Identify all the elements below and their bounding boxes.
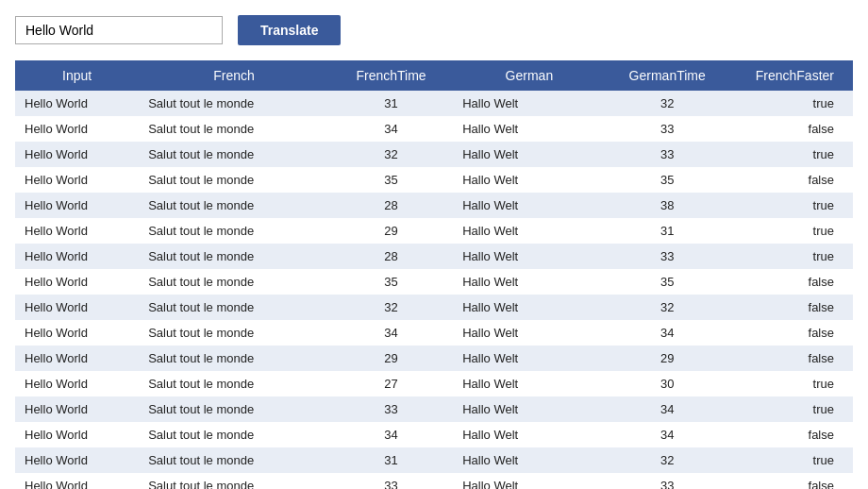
cell-r8-c0: Hello World — [15, 295, 139, 320]
cell-r11-c4: 30 — [606, 371, 729, 396]
cell-r15-c0: Hello World — [15, 473, 139, 489]
table-row: Hello WorldSalut tout le monde34Hallo We… — [15, 116, 853, 142]
cell-r13-c1: Salut tout le monde — [139, 422, 329, 447]
cell-r3-c0: Hello World — [15, 167, 139, 193]
cell-r10-c0: Hello World — [15, 346, 139, 371]
column-header-input: Input — [15, 60, 139, 91]
cell-r2-c4: 33 — [606, 142, 729, 167]
cell-r2-c1: Salut tout le monde — [139, 142, 329, 167]
cell-r12-c5: true — [729, 396, 853, 422]
cell-r9-c3: Hallo Welt — [453, 320, 605, 346]
table-row: Hello WorldSalut tout le monde28Hallo We… — [15, 193, 853, 218]
cell-r6-c0: Hello World — [15, 244, 139, 269]
translate-button[interactable]: Translate — [238, 15, 341, 45]
cell-r2-c2: 32 — [329, 142, 453, 167]
cell-r10-c5: false — [729, 346, 853, 371]
column-header-german: German — [453, 60, 605, 91]
cell-r11-c0: Hello World — [15, 371, 139, 396]
table-row: Hello WorldSalut tout le monde27Hallo We… — [15, 371, 853, 396]
cell-r14-c0: Hello World — [15, 447, 139, 473]
results-table: InputFrenchFrenchTimeGermanGermanTimeFre… — [15, 60, 853, 489]
cell-r10-c4: 29 — [606, 346, 729, 371]
cell-r0-c3: Hallo Welt — [453, 91, 605, 116]
table-row: Hello WorldSalut tout le monde28Hallo We… — [15, 244, 853, 269]
cell-r13-c0: Hello World — [15, 422, 139, 447]
cell-r5-c0: Hello World — [15, 218, 139, 244]
cell-r12-c2: 33 — [329, 396, 453, 422]
cell-r3-c2: 35 — [329, 167, 453, 193]
cell-r7-c2: 35 — [329, 269, 453, 295]
cell-r9-c0: Hello World — [15, 320, 139, 346]
cell-r6-c5: true — [729, 244, 853, 269]
cell-r12-c4: 34 — [606, 396, 729, 422]
cell-r14-c3: Hallo Welt — [453, 447, 605, 473]
cell-r10-c1: Salut tout le monde — [139, 346, 329, 371]
cell-r12-c1: Salut tout le monde — [139, 396, 329, 422]
cell-r4-c4: 38 — [606, 193, 729, 218]
cell-r3-c4: 35 — [606, 167, 729, 193]
table-row: Hello WorldSalut tout le monde29Hallo We… — [15, 346, 853, 371]
cell-r0-c4: 32 — [606, 91, 729, 116]
cell-r13-c4: 34 — [606, 422, 729, 447]
table-row: Hello WorldSalut tout le monde35Hallo We… — [15, 269, 853, 295]
cell-r2-c5: true — [729, 142, 853, 167]
table-row: Hello WorldSalut tout le monde34Hallo We… — [15, 422, 853, 447]
table-row: Hello WorldSalut tout le monde35Hallo We… — [15, 167, 853, 193]
cell-r4-c1: Salut tout le monde — [139, 193, 329, 218]
cell-r11-c3: Hallo Welt — [453, 371, 605, 396]
column-header-french: French — [139, 60, 329, 91]
cell-r14-c4: 32 — [606, 447, 729, 473]
cell-r5-c3: Hallo Welt — [453, 218, 605, 244]
cell-r7-c5: false — [729, 269, 853, 295]
cell-r14-c5: true — [729, 447, 853, 473]
cell-r6-c3: Hallo Welt — [453, 244, 605, 269]
cell-r4-c3: Hallo Welt — [453, 193, 605, 218]
table-row: Hello WorldSalut tout le monde32Hallo We… — [15, 142, 853, 167]
cell-r13-c5: false — [729, 422, 853, 447]
cell-r12-c0: Hello World — [15, 396, 139, 422]
column-header-germantime: GermanTime — [606, 60, 729, 91]
cell-r5-c1: Salut tout le monde — [139, 218, 329, 244]
cell-r15-c4: 33 — [606, 473, 729, 489]
cell-r0-c0: Hello World — [15, 91, 139, 116]
cell-r7-c3: Hallo Welt — [453, 269, 605, 295]
cell-r13-c2: 34 — [329, 422, 453, 447]
cell-r1-c4: 33 — [606, 116, 729, 142]
table-row: Hello WorldSalut tout le monde31Hallo We… — [15, 447, 853, 473]
cell-r14-c1: Salut tout le monde — [139, 447, 329, 473]
cell-r0-c2: 31 — [329, 91, 453, 116]
cell-r1-c3: Hallo Welt — [453, 116, 605, 142]
cell-r6-c4: 33 — [606, 244, 729, 269]
cell-r15-c5: false — [729, 473, 853, 489]
cell-r3-c3: Hallo Welt — [453, 167, 605, 193]
cell-r8-c5: false — [729, 295, 853, 320]
cell-r7-c0: Hello World — [15, 269, 139, 295]
search-input[interactable] — [15, 16, 223, 44]
table-row: Hello WorldSalut tout le monde33Hallo We… — [15, 473, 853, 489]
table-row: Hello WorldSalut tout le monde31Hallo We… — [15, 91, 853, 116]
table-row: Hello WorldSalut tout le monde29Hallo We… — [15, 218, 853, 244]
cell-r0-c1: Salut tout le monde — [139, 91, 329, 116]
cell-r1-c2: 34 — [329, 116, 453, 142]
cell-r15-c1: Salut tout le monde — [139, 473, 329, 489]
cell-r15-c2: 33 — [329, 473, 453, 489]
cell-r6-c2: 28 — [329, 244, 453, 269]
cell-r12-c3: Hallo Welt — [453, 396, 605, 422]
cell-r5-c4: 31 — [606, 218, 729, 244]
cell-r8-c3: Hallo Welt — [453, 295, 605, 320]
column-header-frenchtime: FrenchTime — [329, 60, 453, 91]
cell-r5-c5: true — [729, 218, 853, 244]
cell-r1-c0: Hello World — [15, 116, 139, 142]
table-row: Hello WorldSalut tout le monde34Hallo We… — [15, 320, 853, 346]
cell-r7-c1: Salut tout le monde — [139, 269, 329, 295]
cell-r15-c3: Hallo Welt — [453, 473, 605, 489]
cell-r10-c2: 29 — [329, 346, 453, 371]
cell-r8-c2: 32 — [329, 295, 453, 320]
cell-r8-c4: 32 — [606, 295, 729, 320]
table-row: Hello WorldSalut tout le monde32Hallo We… — [15, 295, 853, 320]
cell-r1-c5: false — [729, 116, 853, 142]
cell-r2-c0: Hello World — [15, 142, 139, 167]
cell-r6-c1: Salut tout le monde — [139, 244, 329, 269]
cell-r4-c0: Hello World — [15, 193, 139, 218]
cell-r4-c5: true — [729, 193, 853, 218]
